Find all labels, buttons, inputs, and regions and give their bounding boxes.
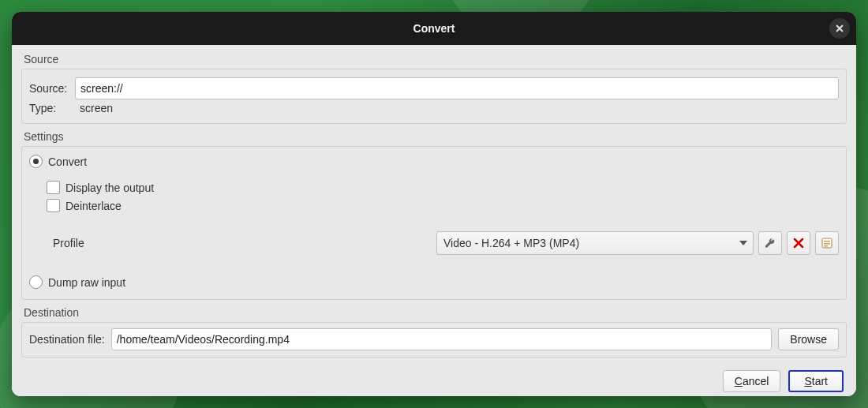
profile-combo-value: Video - H.264 + MP3 (MP4) [443,237,737,249]
start-button[interactable]: Start [788,370,844,392]
svg-rect-5 [824,241,830,242]
settings-section-label: Settings [21,129,847,146]
titlebar: Convert [12,12,856,45]
source-section-label: Source [21,51,847,69]
dump-raw-radio[interactable] [29,275,43,289]
destination-section: Destination file: Browse [21,322,847,357]
delete-profile-button[interactable] [787,231,810,255]
cancel-button[interactable]: Cancel [723,370,781,392]
type-label: Type: [29,102,75,114]
profile-combo[interactable]: Video - H.264 + MP3 (MP4) [436,231,754,255]
source-input[interactable] [75,77,839,99]
destination-file-label: Destination file: [29,333,105,346]
display-output-check-row[interactable]: Display the output [29,178,839,197]
window-title: Convert [12,22,856,35]
display-output-checkbox[interactable] [47,181,60,194]
type-value: screen [75,102,113,114]
source-label: Source: [29,82,75,95]
deinterlace-check-row[interactable]: Deinterlace [29,197,839,215]
browse-button-label: Browse [790,333,827,346]
delete-icon [793,238,804,249]
chevron-down-icon [737,241,750,245]
settings-section: Convert Display the output Deinterlace P… [21,146,847,300]
new-profile-button[interactable] [815,231,839,255]
profile-row: Profile Video - H.264 + MP3 (MP4) [29,229,839,257]
dialog-footer: Cancel Start [21,362,847,392]
convert-radio-row[interactable]: Convert [29,152,839,170]
deinterlace-checkbox[interactable] [47,199,60,212]
desktop-background: Convert Source Source: Type: screen [0,0,868,408]
display-output-label: Display the output [65,182,154,194]
dump-raw-label: Dump raw input [48,276,125,289]
destination-file-input[interactable] [111,328,773,350]
browse-button[interactable]: Browse [778,328,839,350]
convert-dialog: Convert Source Source: Type: screen [12,12,856,396]
convert-radio-label: Convert [48,155,87,168]
source-section: Source: Type: screen [21,69,847,124]
svg-rect-6 [824,243,830,245]
destination-section-label: Destination [21,305,847,322]
svg-rect-7 [824,245,828,247]
dump-raw-radio-row[interactable]: Dump raw input [29,273,839,291]
new-profile-icon [821,237,833,249]
close-icon [835,24,844,33]
convert-radio[interactable] [29,155,43,168]
cancel-button-label: Cancel [735,375,769,387]
deinterlace-label: Deinterlace [65,200,122,212]
start-button-label: Start [804,375,828,387]
profile-label: Profile [53,237,432,249]
close-button[interactable] [829,18,850,39]
wrench-icon [764,237,776,249]
dialog-content: Source Source: Type: screen Settings Con… [12,45,856,396]
edit-profile-button[interactable] [758,231,782,255]
